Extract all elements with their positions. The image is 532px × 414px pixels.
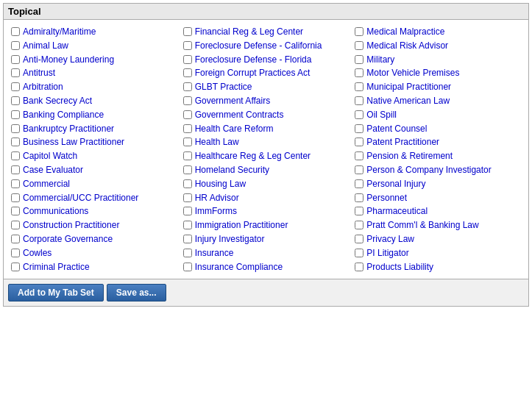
- item-link[interactable]: Pratt Comm'l & Banking Law: [366, 219, 478, 232]
- item-link[interactable]: Foreign Corrupt Practices Act: [195, 67, 311, 79]
- item-checkbox[interactable]: [183, 110, 192, 119]
- item-checkbox[interactable]: [11, 55, 20, 64]
- item-link[interactable]: Financial Reg & Leg Center: [195, 26, 303, 38]
- item-checkbox[interactable]: [11, 96, 20, 105]
- item-checkbox[interactable]: [183, 124, 192, 133]
- item-link[interactable]: Health Law: [195, 136, 239, 149]
- item-link[interactable]: Personnet: [366, 192, 407, 204]
- item-link[interactable]: Construction Practitioner: [23, 219, 119, 232]
- item-checkbox[interactable]: [183, 151, 192, 160]
- item-link[interactable]: Motor Vehicle Premises: [366, 67, 459, 79]
- item-checkbox[interactable]: [355, 96, 363, 105]
- item-checkbox[interactable]: [183, 55, 192, 64]
- item-checkbox[interactable]: [183, 193, 192, 202]
- item-checkbox[interactable]: [355, 221, 363, 229]
- item-checkbox[interactable]: [183, 165, 192, 174]
- item-link[interactable]: Government Contracts: [195, 109, 284, 121]
- item-link[interactable]: Communications: [23, 205, 88, 218]
- item-checkbox[interactable]: [11, 110, 20, 119]
- item-link[interactable]: Government Affairs: [195, 95, 271, 107]
- item-link[interactable]: PI Litigator: [366, 247, 408, 260]
- item-link[interactable]: Medical Risk Advisor: [366, 40, 448, 52]
- item-checkbox[interactable]: [183, 263, 192, 271]
- item-link[interactable]: Native American Law: [366, 95, 450, 107]
- item-checkbox[interactable]: [11, 151, 20, 160]
- item-checkbox[interactable]: [183, 138, 192, 146]
- item-checkbox[interactable]: [11, 221, 20, 229]
- item-link[interactable]: Bank Secrecy Act: [23, 95, 92, 107]
- item-checkbox[interactable]: [355, 27, 363, 36]
- item-checkbox[interactable]: [355, 151, 363, 160]
- item-checkbox[interactable]: [355, 207, 363, 215]
- item-link[interactable]: Commercial/UCC Practitioner: [23, 192, 138, 204]
- item-link[interactable]: Patent Practitioner: [366, 136, 439, 149]
- add-to-tab-set-button[interactable]: Add to My Tab Set: [8, 284, 104, 301]
- item-link[interactable]: Business Law Practitioner: [23, 136, 124, 149]
- item-link[interactable]: Injury Investigator: [195, 233, 265, 246]
- item-link[interactable]: Oil Spill: [366, 109, 397, 121]
- item-checkbox[interactable]: [11, 165, 20, 174]
- item-checkbox[interactable]: [183, 96, 192, 105]
- item-link[interactable]: GLBT Practice: [195, 81, 252, 93]
- item-checkbox[interactable]: [355, 193, 363, 202]
- item-checkbox[interactable]: [355, 82, 363, 91]
- item-checkbox[interactable]: [183, 27, 192, 36]
- item-checkbox[interactable]: [11, 68, 20, 77]
- item-checkbox[interactable]: [355, 165, 363, 174]
- item-checkbox[interactable]: [11, 179, 20, 188]
- item-link[interactable]: Personal Injury: [366, 178, 425, 190]
- item-link[interactable]: Admiralty/Maritime: [23, 26, 96, 38]
- item-link[interactable]: Housing Law: [195, 178, 246, 190]
- item-link[interactable]: Arbitration: [23, 81, 63, 93]
- item-checkbox[interactable]: [183, 179, 192, 188]
- item-checkbox[interactable]: [355, 138, 363, 146]
- item-link[interactable]: Municipal Practitioner: [366, 81, 451, 93]
- item-checkbox[interactable]: [355, 124, 363, 133]
- item-checkbox[interactable]: [355, 68, 363, 77]
- item-link[interactable]: Insurance Compliance: [195, 261, 283, 274]
- item-checkbox[interactable]: [11, 124, 20, 133]
- item-link[interactable]: Commercial: [23, 178, 70, 190]
- item-checkbox[interactable]: [355, 249, 363, 257]
- item-checkbox[interactable]: [355, 235, 363, 243]
- item-checkbox[interactable]: [355, 110, 363, 119]
- item-checkbox[interactable]: [355, 41, 363, 50]
- item-link[interactable]: Criminal Practice: [23, 261, 90, 274]
- item-checkbox[interactable]: [355, 263, 363, 271]
- item-checkbox[interactable]: [11, 193, 20, 202]
- save-as-button[interactable]: Save as...: [107, 284, 166, 301]
- item-checkbox[interactable]: [183, 82, 192, 91]
- item-link[interactable]: Foreclosure Defense - California: [195, 40, 322, 52]
- item-checkbox[interactable]: [11, 235, 20, 243]
- item-link[interactable]: Antitrust: [23, 67, 55, 79]
- item-link[interactable]: Patent Counsel: [366, 123, 427, 135]
- item-link[interactable]: Cowles: [23, 247, 52, 260]
- item-checkbox[interactable]: [11, 249, 20, 257]
- item-link[interactable]: Case Evaluator: [23, 164, 83, 176]
- item-link[interactable]: Capitol Watch: [23, 150, 77, 163]
- item-link[interactable]: Health Care Reform: [195, 123, 274, 135]
- item-link[interactable]: Privacy Law: [366, 233, 414, 246]
- item-checkbox[interactable]: [355, 55, 363, 64]
- item-link[interactable]: Corporate Governance: [23, 233, 113, 246]
- item-checkbox[interactable]: [11, 27, 20, 36]
- item-link[interactable]: Immigration Practitioner: [195, 219, 288, 232]
- item-checkbox[interactable]: [183, 207, 192, 215]
- item-link[interactable]: Anti-Money Laundering: [23, 54, 114, 66]
- item-checkbox[interactable]: [11, 138, 20, 146]
- item-checkbox[interactable]: [183, 68, 192, 77]
- item-checkbox[interactable]: [183, 249, 192, 257]
- item-link[interactable]: Pension & Retirement: [366, 150, 453, 163]
- item-checkbox[interactable]: [183, 235, 192, 243]
- item-link[interactable]: Healthcare Reg & Leg Center: [195, 150, 311, 163]
- item-link[interactable]: Insurance: [195, 247, 234, 260]
- item-link[interactable]: Products Liability: [366, 261, 433, 274]
- item-checkbox[interactable]: [183, 41, 192, 50]
- item-checkbox[interactable]: [183, 221, 192, 229]
- item-link[interactable]: Person & Company Investigator: [366, 164, 491, 176]
- item-link[interactable]: Bankruptcy Practitioner: [23, 123, 114, 135]
- item-link[interactable]: Pharmaceutical: [366, 205, 428, 218]
- item-checkbox[interactable]: [11, 263, 20, 271]
- item-link[interactable]: HR Advisor: [195, 192, 239, 204]
- item-link[interactable]: Animal Law: [23, 40, 68, 52]
